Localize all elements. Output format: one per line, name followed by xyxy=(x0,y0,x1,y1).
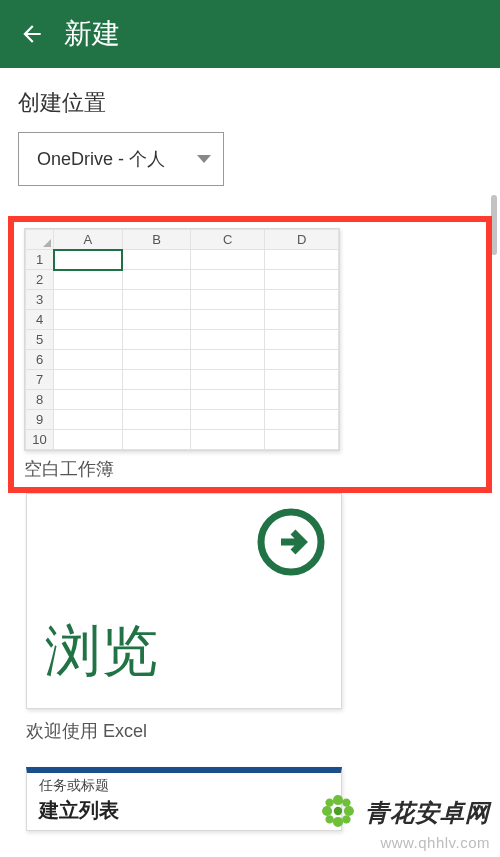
watermark: 青花安卓网 www.qhhlv.com xyxy=(317,790,490,851)
cell xyxy=(54,430,123,450)
cell xyxy=(191,270,265,290)
cell xyxy=(122,430,191,450)
location-dropdown[interactable]: OneDrive - 个人 xyxy=(18,132,224,186)
template-blank-workbook[interactable]: ABCD12345678910 空白工作簿 xyxy=(8,216,492,493)
cell xyxy=(265,430,339,450)
watermark-url: www.qhhlv.com xyxy=(317,834,490,851)
list-header: 任务或标题 xyxy=(27,773,341,797)
row-header: 8 xyxy=(26,390,54,410)
row-header: 1 xyxy=(26,250,54,270)
watermark-name: 青花安卓网 xyxy=(365,797,490,829)
app-header: 新建 xyxy=(0,0,500,68)
welcome-preview: 浏览 xyxy=(26,493,342,709)
row-header: 5 xyxy=(26,330,54,350)
svg-point-5 xyxy=(325,798,333,806)
cell xyxy=(122,250,191,270)
cell xyxy=(265,410,339,430)
template-label: 空白工作簿 xyxy=(24,457,480,481)
cell xyxy=(191,390,265,410)
cell xyxy=(265,250,339,270)
welcome-title: 浏览 xyxy=(45,614,159,690)
template-label: 欢迎使用 Excel xyxy=(26,719,482,743)
cell xyxy=(54,270,123,290)
row-header: 6 xyxy=(26,350,54,370)
cell xyxy=(191,250,265,270)
cell xyxy=(122,410,191,430)
page-title: 新建 xyxy=(64,15,120,53)
cell xyxy=(122,350,191,370)
row-header: 9 xyxy=(26,410,54,430)
row-header: 4 xyxy=(26,310,54,330)
back-arrow-icon xyxy=(19,21,45,47)
cell xyxy=(54,410,123,430)
back-button[interactable] xyxy=(8,10,56,58)
cell xyxy=(54,330,123,350)
cell xyxy=(54,310,123,330)
svg-point-8 xyxy=(342,815,350,823)
cell xyxy=(265,310,339,330)
cell xyxy=(265,330,339,350)
svg-point-3 xyxy=(322,806,332,816)
cell xyxy=(54,390,123,410)
cell xyxy=(191,310,265,330)
svg-point-4 xyxy=(344,806,354,816)
column-header: B xyxy=(122,230,191,250)
cell xyxy=(265,350,339,370)
cell xyxy=(265,370,339,390)
cell xyxy=(122,370,191,390)
cell xyxy=(122,310,191,330)
cell xyxy=(122,390,191,410)
list-title: 建立列表 xyxy=(27,797,341,830)
cell xyxy=(191,330,265,350)
cell xyxy=(54,350,123,370)
cell xyxy=(54,370,123,390)
watermark-logo-icon xyxy=(317,790,359,836)
svg-point-2 xyxy=(333,817,343,827)
svg-point-1 xyxy=(333,795,343,805)
cell xyxy=(265,290,339,310)
template-welcome-excel[interactable]: 浏览 欢迎使用 Excel xyxy=(4,493,496,743)
cell xyxy=(265,270,339,290)
location-label: 创建位置 xyxy=(0,68,500,132)
list-preview: 任务或标题 建立列表 xyxy=(26,767,342,831)
cell xyxy=(122,290,191,310)
row-header: 2 xyxy=(26,270,54,290)
chevron-down-icon xyxy=(197,155,211,163)
cell xyxy=(122,330,191,350)
svg-point-6 xyxy=(342,798,350,806)
svg-point-9 xyxy=(334,807,342,815)
row-header: 3 xyxy=(26,290,54,310)
cell xyxy=(265,390,339,410)
template-list: ABCD12345678910 空白工作簿 浏览 欢迎使用 Excel 任务或标… xyxy=(0,216,500,831)
cell xyxy=(191,370,265,390)
svg-point-7 xyxy=(325,815,333,823)
cell xyxy=(54,290,123,310)
cell xyxy=(122,270,191,290)
column-header: A xyxy=(54,230,123,250)
column-header: D xyxy=(265,230,339,250)
cell xyxy=(54,250,123,270)
blank-workbook-preview: ABCD12345678910 xyxy=(24,228,340,451)
row-header: 7 xyxy=(26,370,54,390)
cell xyxy=(191,410,265,430)
column-header: C xyxy=(191,230,265,250)
row-header: 10 xyxy=(26,430,54,450)
cell xyxy=(191,350,265,370)
location-selected: OneDrive - 个人 xyxy=(37,147,165,171)
arrow-right-circle-icon xyxy=(255,506,327,582)
cell xyxy=(191,290,265,310)
cell xyxy=(191,430,265,450)
